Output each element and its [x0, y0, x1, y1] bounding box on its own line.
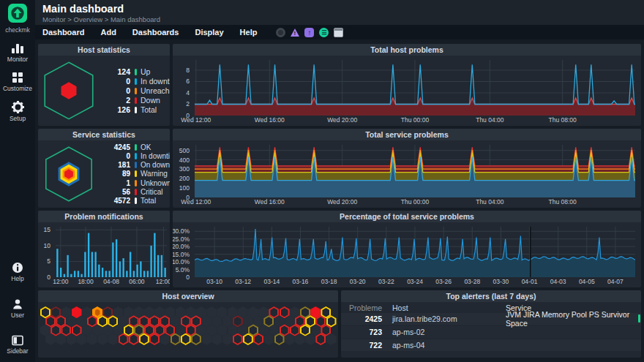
- status-color-swatch: [135, 88, 137, 94]
- plot-area[interactable]: [195, 227, 635, 277]
- table-row[interactable]: 723 ap-ms-02: [341, 326, 641, 339]
- column-header-probleme[interactable]: Probleme: [341, 303, 386, 312]
- host-state-hexagon[interactable]: [38, 60, 100, 121]
- host-overview-hexgrid: [38, 302, 338, 358]
- host-problems-chart[interactable]: 02468 Wed 12:00Wed 16:00Wed 20:00Thu 00:…: [195, 60, 635, 116]
- breadcrumb[interactable]: Monitor > Overview > Main dashboard: [42, 15, 644, 23]
- main-area: Main dashboard Monitor > Overview > Main…: [35, 0, 644, 362]
- x-tick-label: 18:00: [78, 278, 93, 285]
- stat-row-total[interactable]: 4572Total: [100, 197, 170, 205]
- menu-item-display[interactable]: Display: [195, 28, 223, 37]
- notifications-chart[interactable]: 051015 12:0018:0004-0806:0012:00: [56, 227, 167, 277]
- host-hexagon-icon: [41, 60, 97, 121]
- layout-icon[interactable]: [334, 28, 343, 37]
- page-title: Main dashboard: [42, 3, 644, 15]
- menubar-icons: ↑ ☰: [276, 28, 343, 37]
- sidebar-item-label: Customize: [3, 85, 32, 92]
- stat-row-unknown[interactable]: 1Unknown: [100, 178, 170, 187]
- panel-title: Service statistics: [38, 129, 170, 140]
- cell-host[interactable]: jira.lan.tribe29.com: [386, 314, 500, 323]
- x-tick-label: Wed 12:00: [181, 116, 211, 124]
- host-stat-list: 124Up0In downtime0Unreachable2Down126Tot…: [100, 67, 170, 115]
- scrollbar[interactable]: [638, 314, 640, 323]
- panel-title: Percentage of total service problems: [173, 211, 641, 222]
- y-axis: 0100200300400500: [173, 145, 192, 197]
- update-icon[interactable]: ↑: [304, 28, 314, 37]
- x-tick-label: 12:00: [53, 278, 68, 285]
- sidebar-item-setup[interactable]: Setup: [10, 101, 26, 122]
- menu-item-dashboard[interactable]: Dashboard: [42, 28, 84, 37]
- x-tick-label: 03-18: [321, 278, 337, 285]
- status-color-swatch: [135, 153, 137, 159]
- user-icon: [12, 298, 23, 310]
- column-header-host[interactable]: Host: [386, 303, 500, 312]
- x-axis: 12:0018:0004-0806:0012:00: [56, 278, 167, 287]
- warning-icon[interactable]: [291, 29, 299, 37]
- stat-row-critical[interactable]: 56Critical: [100, 187, 170, 196]
- stat-row-warning[interactable]: 89Warning: [100, 170, 170, 178]
- x-tick-label: Thu 08:00: [549, 116, 577, 124]
- table-row[interactable]: 722 ap-ms-04: [341, 339, 641, 352]
- stat-row-in-downtime[interactable]: 0In downtime: [100, 77, 170, 86]
- x-tick-label: 04-05: [579, 278, 595, 285]
- panel-title: Host overview: [38, 290, 338, 302]
- service-problems-chart[interactable]: 0100200300400500 Wed 12:00Wed 16:00Wed 2…: [195, 145, 635, 197]
- cell-host[interactable]: ap-ms-02: [386, 328, 500, 336]
- checkmk-logo[interactable]: checkmk: [5, 4, 30, 34]
- grid-icon: [12, 72, 23, 83]
- y-tick-label: 4: [186, 89, 190, 97]
- filter-icon[interactable]: ☰: [319, 28, 329, 37]
- menu-item-dashboards[interactable]: Dashboards: [132, 28, 179, 37]
- cell-service[interactable]: JVM JIRA Memory Pool PS Survivor Space: [500, 310, 641, 328]
- sidebar-item-help[interactable]: Help: [11, 262, 23, 282]
- x-tick-label: Thu 00:00: [401, 198, 429, 205]
- sidebar-item-label: Setup: [10, 115, 26, 122]
- y-tick-label: 0: [186, 274, 190, 281]
- panel-host-statistics: Host statistics 124Up0In downtime0Unreac…: [38, 44, 170, 126]
- stat-row-unreachable[interactable]: 0Unreachable: [100, 86, 170, 96]
- sidebar-item-customize[interactable]: Customize: [3, 72, 32, 92]
- sidebar-item-label: User: [11, 312, 24, 319]
- x-tick-label: 03-14: [263, 278, 280, 285]
- site-status-icon[interactable]: [276, 28, 285, 37]
- stat-row-in-downtime[interactable]: 0In downtime: [100, 151, 170, 160]
- sidebar-item-monitor[interactable]: Monitor: [7, 42, 28, 63]
- sidebar-item-label: Help: [11, 275, 23, 282]
- stat-row-down[interactable]: 2Down: [100, 96, 170, 105]
- stat-label: Total: [141, 197, 156, 205]
- stat-value: 1: [100, 179, 130, 187]
- x-tick-label: 12:00: [156, 278, 170, 285]
- table-row[interactable]: 2425 jira.lan.tribe29.com JVM JIRA Memor…: [341, 313, 641, 326]
- stat-row-on-down-host[interactable]: 181On down host: [100, 161, 170, 170]
- service-percentage-chart[interactable]: 05.0%10.0%15.0%20.0%25.0%30.0% 03-1003-1…: [195, 227, 635, 277]
- y-tick-label: 5: [47, 257, 50, 265]
- y-tick-label: 10: [44, 242, 50, 249]
- cell-host[interactable]: ap-ms-04: [386, 341, 500, 350]
- sidebar-item-sidebar[interactable]: Sidebar: [7, 335, 28, 355]
- x-tick-label: 03-30: [493, 278, 509, 285]
- service-hexagon-icon: [42, 145, 95, 203]
- y-tick-label: 400: [179, 157, 190, 164]
- y-tick-label: 10.0%: [173, 258, 190, 265]
- stat-value: 124: [100, 67, 130, 76]
- menu-item-add[interactable]: Add: [100, 28, 116, 37]
- x-tick-label: 06:00: [129, 278, 144, 285]
- status-color-swatch: [135, 144, 137, 151]
- x-tick-label: Wed 16:00: [255, 198, 285, 205]
- service-state-hexagon[interactable]: [38, 145, 100, 203]
- plot-area[interactable]: [195, 145, 635, 197]
- stat-row-up[interactable]: 124Up: [100, 67, 170, 77]
- y-tick-label: 20.0%: [173, 243, 190, 250]
- stat-row-ok[interactable]: 4245OK: [100, 143, 170, 151]
- stat-value: 0: [100, 86, 130, 95]
- app-window: checkmk Monitor Customize: [0, 0, 644, 362]
- plot-area[interactable]: [56, 227, 167, 277]
- plot-area[interactable]: [195, 60, 635, 116]
- sidebar-item-label: Sidebar: [7, 347, 28, 355]
- menu-item-help[interactable]: Help: [240, 28, 258, 37]
- stat-row-total[interactable]: 126Total: [100, 105, 170, 115]
- sidebar-item-user[interactable]: User: [11, 298, 24, 319]
- service-stat-list: 4245OK0In downtime181On down host89Warni…: [100, 143, 170, 205]
- x-tick-label: 03-10: [206, 278, 222, 285]
- page-header: Main dashboard Monitor > Overview > Main…: [35, 0, 644, 25]
